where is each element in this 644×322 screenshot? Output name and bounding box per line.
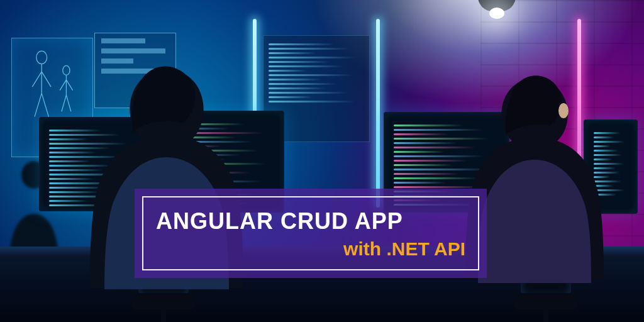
svg-point-0 <box>36 51 47 64</box>
neon-tube <box>376 19 380 208</box>
title-sub: with .NET API <box>156 238 465 260</box>
ceiling-lamp <box>465 0 528 31</box>
svg-point-2 <box>558 103 569 118</box>
title-overlay: ANGULAR CRUD APP with .NET API <box>135 189 487 278</box>
title-main: ANGULAR CRUD APP <box>156 208 465 235</box>
hero-image: ANGULAR CRUD APP with .NET API <box>0 0 644 322</box>
svg-point-1 <box>63 65 70 75</box>
